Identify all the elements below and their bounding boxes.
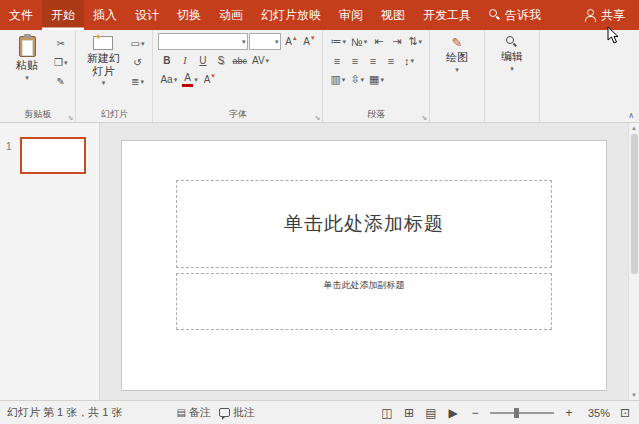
normal-view-button[interactable]: ◫ — [380, 406, 394, 420]
tab-tell-me[interactable]: 告诉我 — [480, 0, 550, 30]
slide-sorter-button[interactable]: ⊞ — [402, 406, 416, 420]
vertical-scrollbar[interactable]: ▲ ▼ — [628, 123, 639, 400]
sparkle-icon: ✦ — [94, 33, 102, 42]
tab-developer[interactable]: 开发工具 — [414, 0, 480, 30]
zoom-level[interactable]: 35% — [584, 407, 610, 419]
eraser-icon: ▾ — [211, 72, 215, 80]
slides-group: ✦ 新建幻灯片 ▾ ▭▾ ↺ ≣▾ 幻灯片 — [76, 30, 153, 122]
dropdown-icon: ▾ — [242, 38, 246, 46]
grow-font-label: A — [285, 36, 292, 47]
convert-to-smartart-button[interactable]: ▦▾ — [367, 71, 386, 88]
font-group-label: 字体 — [229, 109, 247, 119]
justify-button[interactable]: ≡ — [382, 52, 399, 69]
editing-button[interactable]: 编辑 ▾ — [491, 34, 533, 107]
strikethrough-button[interactable]: abc — [230, 52, 249, 69]
layout-button[interactable]: ▭▾ — [128, 35, 146, 52]
tab-transitions[interactable]: 切换 — [168, 0, 210, 30]
align-left-icon: ≡ — [334, 55, 340, 67]
italic-button[interactable]: I — [176, 52, 193, 69]
reset-button[interactable]: ↺ — [128, 54, 146, 71]
tab-file[interactable]: 文件 — [0, 0, 42, 30]
text-shadow-button[interactable]: S — [212, 52, 229, 69]
font-color-button[interactable]: A ▾ — [180, 71, 200, 88]
dropdown-icon: ▾ — [140, 78, 144, 86]
notes-icon: ▤ — [177, 407, 186, 418]
title-placeholder[interactable]: 单击此处添加标题 — [176, 180, 552, 268]
workspace: 1 单击此处添加标题 单击此处添加副标题 ▲ ▼ — [0, 123, 639, 400]
share-button[interactable]: 共享 — [570, 0, 639, 30]
dropdown-icon: ▾ — [342, 76, 346, 84]
notes-button[interactable]: ▤ 备注 — [177, 405, 211, 420]
ribbon-tab-bar: 文件 开始 插入 设计 切换 动画 幻灯片放映 审阅 视图 开发工具 告诉我 共… — [0, 0, 639, 30]
bullets-icon: ≔ — [330, 35, 341, 48]
tab-view[interactable]: 视图 — [372, 0, 414, 30]
dropdown-icon: ▾ — [25, 74, 29, 82]
increase-indent-button[interactable]: ⇥ — [388, 33, 405, 50]
slide-thumbnail[interactable] — [20, 137, 86, 174]
dropdown-icon: ▾ — [141, 40, 145, 48]
zoom-out-button[interactable]: − — [468, 406, 482, 420]
mouse-cursor — [607, 26, 619, 44]
tab-animations[interactable]: 动画 — [210, 0, 252, 30]
bold-button[interactable]: B — [158, 52, 175, 69]
font-name-combo[interactable]: ▾ — [158, 33, 248, 50]
tab-review[interactable]: 审阅 — [330, 0, 372, 30]
align-center-button[interactable]: ≡ — [346, 52, 363, 69]
paragraph-dialog-launcher[interactable]: ⇘ — [421, 114, 427, 121]
columns-button[interactable]: ▥▾ — [328, 71, 347, 88]
status-bar: 幻灯片 第 1 张，共 1 张 ▤ 备注 批注 ◫ ⊞ ▤ ▶ − + 35% … — [0, 400, 639, 424]
character-spacing-button[interactable]: AV▾ — [250, 52, 271, 69]
decrease-indent-button[interactable]: ⇤ — [370, 33, 387, 50]
clipboard-dialog-launcher[interactable]: ⇘ — [68, 114, 74, 121]
shrink-font-button[interactable]: A▾ — [300, 33, 317, 50]
tab-slide-show[interactable]: 幻灯片放映 — [252, 0, 330, 30]
tab-design[interactable]: 设计 — [126, 0, 168, 30]
reading-view-button[interactable]: ▤ — [424, 406, 438, 420]
align-text-button[interactable]: ⇳▾ — [348, 71, 366, 88]
underline-button[interactable]: U — [194, 52, 211, 69]
comments-label: 批注 — [233, 405, 255, 420]
copy-button[interactable]: ❐▾ — [52, 54, 69, 71]
subtitle-placeholder[interactable]: 单击此处添加副标题 — [176, 273, 552, 330]
drawing-label: 绘图 — [446, 51, 468, 64]
tab-insert[interactable]: 插入 — [84, 0, 126, 30]
bullets-button[interactable]: ≔▾ — [328, 33, 348, 50]
text-direction-button[interactable]: ⇅▾ — [406, 33, 424, 50]
scrollbar-thumb[interactable] — [631, 134, 638, 274]
scroll-down-button[interactable]: ▼ — [631, 392, 637, 398]
tab-home[interactable]: 开始 — [42, 0, 84, 30]
editing-group: 编辑 ▾ — [485, 30, 540, 122]
grow-font-button[interactable]: A▴ — [282, 33, 299, 50]
align-right-button[interactable]: ≡ — [364, 52, 381, 69]
scroll-up-button[interactable]: ▲ — [631, 125, 637, 131]
font-dialog-launcher[interactable]: ⇘ — [315, 114, 321, 121]
editing-label: 编辑 — [501, 50, 523, 63]
comments-button[interactable]: 批注 — [219, 405, 255, 420]
cut-button[interactable]: ✂ — [52, 35, 69, 52]
font-color-swatch — [182, 84, 193, 87]
collapse-ribbon-button[interactable]: ∧ — [628, 111, 634, 120]
drawing-button[interactable]: ✎ 绘图 ▾ — [436, 34, 478, 107]
slides-group-label: 幻灯片 — [101, 109, 128, 119]
change-case-button[interactable]: Aa▾ — [158, 71, 179, 88]
clear-formatting-button[interactable]: A▾ — [201, 71, 218, 88]
character-spacing-label: AV — [252, 55, 265, 66]
new-slide-button[interactable]: ✦ 新建幻灯片 ▾ — [82, 34, 124, 107]
section-button[interactable]: ≣▾ — [128, 73, 146, 90]
format-painter-button[interactable]: ✎ — [52, 73, 69, 90]
font-size-combo[interactable]: ▾ — [249, 33, 281, 50]
fit-to-window-button[interactable]: ⊡ — [618, 406, 632, 420]
zoom-in-button[interactable]: + — [562, 406, 576, 420]
slide-show-button[interactable]: ▶ — [446, 406, 460, 420]
paste-button[interactable]: 粘贴 ▾ — [6, 34, 48, 107]
numbering-button[interactable]: №▾ — [349, 33, 369, 50]
up-icon: ▴ — [293, 34, 297, 42]
align-left-button[interactable]: ≡ — [328, 52, 345, 69]
dropdown-icon: ▾ — [510, 65, 514, 73]
zoom-slider-thumb[interactable] — [514, 408, 519, 418]
font-color-label: A — [184, 73, 191, 83]
line-spacing-button[interactable]: ↕▾ — [400, 52, 417, 69]
zoom-slider[interactable] — [490, 407, 554, 419]
decrease-indent-icon: ⇤ — [374, 35, 383, 48]
slide-editor[interactable]: 单击此处添加标题 单击此处添加副标题 — [121, 140, 607, 391]
